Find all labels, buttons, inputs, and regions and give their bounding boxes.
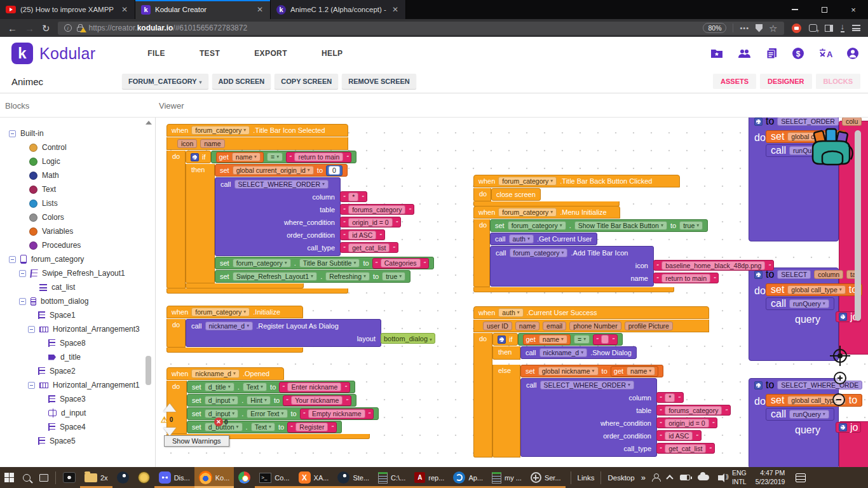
tree-forum-category[interactable]: forum_category	[0, 252, 155, 266]
set-property-block[interactable]: setforum_category.Title Bar SubtitletoCa…	[215, 257, 434, 269]
call-select-where-order-block[interactable]: callSELECT_WHERE_ORDER column* tableforu…	[215, 177, 341, 256]
tree-horizontal-arrangement1[interactable]: Horizontal_Arrangement1	[0, 378, 155, 392]
collapse-icon[interactable]	[9, 130, 16, 137]
tree-procedures[interactable]: Procedures	[0, 238, 155, 252]
if-block[interactable]: if	[186, 151, 211, 163]
tree-control[interactable]: Control	[0, 140, 155, 154]
text-block[interactable]: Register	[287, 422, 337, 433]
text-block[interactable]: id ASC	[656, 430, 702, 441]
procedure-name-pill[interactable]: SELECT	[777, 270, 811, 279]
tree-math[interactable]: Math	[0, 168, 155, 182]
compare-block[interactable]: getname =	[518, 333, 623, 346]
tree-space1[interactable]: Space1	[0, 308, 155, 322]
block-when-initialize[interactable]: whenforum_category.Initialize do callnic…	[166, 306, 381, 353]
tab-close-icon[interactable]: ✕	[255, 5, 264, 14]
designer-button[interactable]: DESIGNER	[760, 74, 811, 89]
blocks-workspace[interactable]: toSELECT_ORDERcolu do setglobal callto c…	[156, 118, 868, 467]
clock[interactable]: 4:47 PM5/23/2019	[751, 469, 790, 485]
mutator-gear-icon[interactable]	[754, 118, 763, 126]
tab-youtube[interactable]: (25) How to improve XAMPP P ✕	[0, 0, 135, 19]
variable-pill[interactable]: global call_type	[787, 285, 845, 294]
text-block[interactable]: forums_category	[656, 405, 731, 416]
close-button[interactable]: ×	[839, 0, 868, 19]
taskbar-item-app-blue[interactable]: Ap...	[449, 467, 487, 488]
community-icon[interactable]	[737, 48, 751, 59]
pocket-icon[interactable]	[809, 24, 817, 32]
volume-icon[interactable]	[718, 475, 722, 480]
variable-pill[interactable]: global nickname	[538, 367, 599, 376]
block-when-current-user-success[interactable]: whenauth.Current User Success user IDnam…	[473, 306, 709, 458]
component-block[interactable]: bottom_dialog	[381, 333, 435, 344]
tree-d-title[interactable]: d_title	[0, 350, 155, 364]
tab-close-icon[interactable]: ✕	[120, 5, 129, 14]
block-when-titlebar-icon-selected[interactable]: whenforum_category.Title Bar Icon Select…	[166, 124, 434, 294]
text-block[interactable]: id ASC	[340, 229, 385, 240]
component-dropdown[interactable]: forum_category	[498, 177, 557, 186]
event-param-pill[interactable]: user ID	[483, 322, 512, 330]
logic-true-pill[interactable]: true	[382, 272, 405, 281]
add-screen-button[interactable]: ADD SCREEN	[212, 74, 271, 89]
people-tray-icon[interactable]	[652, 473, 660, 482]
text-block[interactable]: *	[340, 191, 367, 202]
taskbar-item-command-prompt[interactable]: >_Co...	[255, 467, 294, 488]
taskbar-item-notepad-c[interactable]: C:\...	[374, 467, 410, 488]
tree-variables[interactable]: Variables	[0, 224, 155, 238]
copy-screen-button[interactable]: COPY SCREEN	[275, 74, 338, 89]
tree-swipe-refresh[interactable]: Swipe_Refresh_Layout1	[0, 266, 155, 280]
component-pill[interactable]: Swipe_Refresh_Layout1	[233, 272, 317, 281]
tab-close-icon[interactable]: ✕	[391, 5, 400, 14]
taskbar-item-game[interactable]	[133, 467, 154, 488]
property-pill[interactable]: Title Bar Subtitle	[299, 259, 360, 268]
zoom-in-icon[interactable]	[834, 372, 846, 384]
operator-dropdown[interactable]: =	[267, 152, 283, 161]
mutator-gear-icon[interactable]	[839, 423, 847, 431]
param-pill[interactable]: column	[814, 270, 843, 279]
onedrive-icon[interactable]	[698, 475, 709, 480]
event-param-pill[interactable]: name	[200, 139, 224, 148]
empty-text-block[interactable]	[593, 334, 617, 345]
minimize-button[interactable]	[780, 0, 810, 19]
screen-selector-dropdown[interactable]: FORUM_CATEGORY▾	[122, 74, 208, 89]
battery-icon[interactable]	[680, 475, 690, 480]
menu-icon[interactable]	[852, 25, 860, 31]
component-dropdown[interactable]: forum_category	[191, 308, 250, 316]
variable-pill[interactable]: name	[627, 367, 655, 376]
tab-animec[interactable]: k AnimeC 1.2 (Alpha/concept) - K ✕	[271, 0, 406, 19]
page-actions-icon[interactable]: •••	[740, 24, 749, 32]
language-indicator[interactable]: ENGINTL	[728, 469, 751, 485]
mutator-gear-icon[interactable]	[754, 381, 763, 390]
component-dropdown[interactable]: nickname_d	[191, 369, 240, 378]
get-block[interactable]: getname	[523, 334, 571, 345]
mutator-gear-icon[interactable]	[498, 336, 506, 344]
set-property-block[interactable]: setd_input.HinttoYour nickname	[187, 394, 356, 407]
taskbar-item-xampp[interactable]: XXA...	[294, 467, 334, 488]
mutator-gear-icon[interactable]	[191, 153, 199, 161]
get-block[interactable]: getname	[611, 366, 659, 377]
downloads-icon[interactable]: ↓	[841, 24, 845, 32]
event-param-pill[interactable]: icon	[177, 139, 197, 148]
tracking-protection-icon[interactable]	[756, 24, 763, 32]
tree-lists[interactable]: Lists	[0, 196, 155, 210]
event-param-pill[interactable]: phone Number	[569, 322, 621, 330]
property-pill[interactable]: Hint	[247, 396, 271, 405]
property-pill[interactable]: Error Text	[247, 409, 287, 418]
text-block[interactable]: forums_category	[340, 204, 414, 215]
text-block[interactable]: origin_id = 0	[340, 217, 401, 227]
component-pill[interactable]: nickname_d	[539, 348, 588, 357]
backpack-icon[interactable]	[805, 126, 860, 170]
set-property-block[interactable]: setd_title.TexttoEnter nickname	[187, 381, 355, 393]
zoom-level-badge[interactable]: 80%	[703, 23, 726, 33]
collapse-icon[interactable]	[19, 270, 26, 277]
component-dropdown[interactable]: forum_category	[191, 126, 250, 135]
toolbar-expand-icon[interactable]: »	[639, 473, 648, 482]
taskbar-item-media-player[interactable]	[58, 467, 80, 488]
text-block[interactable]: baseline_home_black_48dp.png	[653, 260, 774, 271]
block-when-nickname-opened[interactable]: whennickname_d.Opened do setd_title.Text…	[166, 367, 379, 439]
tree-logic[interactable]: Logic	[0, 154, 155, 168]
taskbar-item-chrome[interactable]	[234, 467, 255, 488]
taskbar-search-button[interactable]	[18, 467, 35, 488]
text-block[interactable]: return to main	[286, 152, 351, 163]
warning-prev-icon[interactable]	[163, 403, 176, 412]
tree-space3[interactable]: Space3	[0, 392, 155, 406]
component-dropdown[interactable]: forum_category	[498, 208, 557, 217]
